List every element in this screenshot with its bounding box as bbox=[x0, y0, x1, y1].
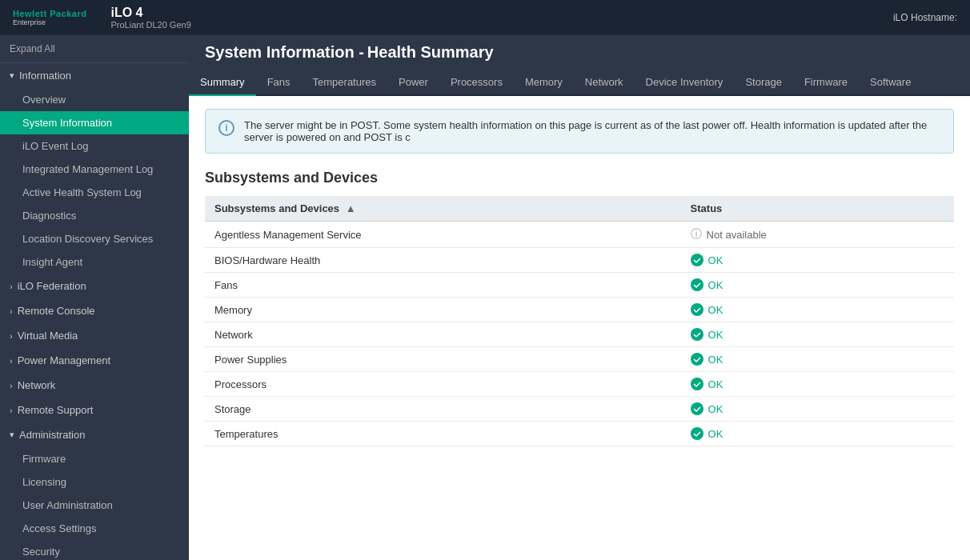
tab-processors[interactable]: Processors bbox=[439, 70, 514, 96]
subsystem-name: BIOS/Hardware Health bbox=[205, 248, 681, 273]
sidebar-group-label: Remote Console bbox=[18, 305, 95, 317]
subsystem-status: OK bbox=[681, 422, 954, 446]
ilo-version: iLO 4 bbox=[110, 6, 190, 20]
table-row: Power SuppliesOK bbox=[205, 347, 954, 372]
tab-network[interactable]: Network bbox=[574, 70, 635, 96]
table-row: TemperaturesOK bbox=[205, 422, 954, 446]
subsystem-name: Agentless Management Service bbox=[205, 222, 681, 248]
subsystem-name: Fans bbox=[205, 273, 681, 298]
sidebar-group-label: Information bbox=[19, 70, 71, 82]
tab-summary[interactable]: Summary bbox=[189, 70, 256, 96]
sidebar-item-overview[interactable]: Overview bbox=[0, 88, 189, 111]
status-badge: OK bbox=[691, 378, 944, 390]
sidebar-group-network[interactable]: › Network bbox=[0, 373, 189, 398]
tab-memory[interactable]: Memory bbox=[514, 70, 574, 96]
expand-arrow-icon: › bbox=[10, 282, 13, 291]
sidebar-item-licensing[interactable]: Licensing bbox=[0, 470, 189, 494]
subsystem-name: Network bbox=[205, 322, 681, 347]
expand-arrow-icon: › bbox=[10, 331, 13, 341]
main-content: i The server might be in POST. Some syst… bbox=[189, 96, 970, 560]
col-header-status[interactable]: Status bbox=[681, 196, 954, 222]
subsystem-name: Processors bbox=[205, 372, 681, 397]
col-header-subsystem[interactable]: Subsystems and Devices ▲ bbox=[205, 196, 681, 222]
info-icon: i bbox=[218, 120, 234, 136]
sidebar-item-access-settings[interactable]: Access Settings bbox=[0, 517, 189, 540]
info-banner: i The server might be in POST. Some syst… bbox=[205, 109, 954, 154]
page-header: System Information - Health Summary bbox=[189, 35, 970, 70]
subsystem-status: OK bbox=[681, 298, 954, 322]
tab-temperatures[interactable]: Temperatures bbox=[302, 70, 387, 96]
table-row: StorageOK bbox=[205, 397, 954, 422]
hpe-logo-bottom: Enterprise bbox=[13, 18, 86, 26]
status-badge: Not available bbox=[691, 227, 944, 242]
ilo-title: iLO 4 ProLiant DL20 Gen9 bbox=[110, 6, 190, 30]
tab-firmware[interactable]: Firmware bbox=[793, 70, 859, 96]
subsystem-name: Storage bbox=[205, 397, 681, 422]
table-row: NetworkOK bbox=[205, 322, 954, 347]
status-badge: OK bbox=[691, 427, 944, 440]
server-model: ProLiant DL20 Gen9 bbox=[110, 20, 190, 30]
sidebar-item-user-administration[interactable]: User Administration bbox=[0, 494, 189, 517]
page-heading: Health Summary bbox=[367, 43, 494, 61]
tab-storage[interactable]: Storage bbox=[734, 70, 793, 96]
status-badge: OK bbox=[691, 353, 944, 366]
tab-bar: Summary Fans Temperatures Power Processo… bbox=[189, 70, 970, 96]
sidebar-item-active-health-system-log[interactable]: Active Health System Log bbox=[0, 181, 189, 204]
sidebar-group-virtual-media[interactable]: › Virtual Media bbox=[0, 323, 189, 348]
status-badge: OK bbox=[691, 402, 944, 415]
expand-arrow-icon: ▾ bbox=[10, 70, 14, 81]
sidebar-group-label: Remote Support bbox=[18, 404, 94, 416]
status-badge: OK bbox=[691, 328, 944, 341]
expand-arrow-icon: › bbox=[10, 381, 13, 390]
tab-power[interactable]: Power bbox=[387, 70, 439, 96]
tab-fans[interactable]: Fans bbox=[256, 70, 302, 96]
sidebar-item-firmware[interactable]: Firmware bbox=[0, 447, 189, 470]
table-row: Agentless Management ServiceNot availabl… bbox=[205, 222, 954, 248]
sidebar-item-diagnostics[interactable]: Diagnostics bbox=[0, 204, 189, 227]
status-badge: OK bbox=[691, 303, 944, 316]
sidebar-group-label: Network bbox=[18, 379, 56, 391]
sidebar-group-remote-console[interactable]: › Remote Console bbox=[0, 298, 189, 323]
subsystem-status: OK bbox=[681, 397, 954, 422]
subsystem-status: OK bbox=[681, 372, 954, 397]
expand-all-button[interactable]: Expand All bbox=[0, 35, 189, 63]
hpe-logo-top: Hewlett Packard bbox=[13, 9, 86, 18]
subsystem-status: OK bbox=[681, 273, 954, 298]
sidebar-group-label: Virtual Media bbox=[18, 330, 78, 342]
status-badge: OK bbox=[691, 254, 944, 266]
breadcrumb: System Information - bbox=[205, 43, 364, 61]
ilo-hostname: iLO Hostname: bbox=[893, 12, 957, 23]
tab-device-inventory[interactable]: Device Inventory bbox=[635, 70, 735, 96]
subsystem-status: OK bbox=[681, 322, 954, 347]
sidebar-item-insight-agent[interactable]: Insight Agent bbox=[0, 250, 189, 274]
sidebar-item-integrated-management-log[interactable]: Integrated Management Log bbox=[0, 158, 189, 181]
status-badge: OK bbox=[691, 278, 944, 291]
table-row: ProcessorsOK bbox=[205, 372, 954, 397]
sidebar: Expand All ▾ Information Overview System… bbox=[0, 35, 189, 560]
sidebar-group-administration[interactable]: ▾ Administration bbox=[0, 422, 189, 447]
sidebar-item-ilo-event-log[interactable]: iLO Event Log bbox=[0, 134, 189, 158]
top-header: Hewlett Packard Enterprise iLO 4 ProLian… bbox=[0, 0, 970, 35]
table-row: FansOK bbox=[205, 273, 954, 298]
expand-arrow-icon: › bbox=[10, 356, 13, 366]
sidebar-group-label: Power Management bbox=[18, 354, 110, 366]
section-title: Subsystems and Devices bbox=[205, 170, 954, 186]
page-title: System Information - Health Summary bbox=[205, 43, 954, 62]
subsystems-table: Subsystems and Devices ▲ Status Agentles… bbox=[205, 196, 954, 446]
tab-software[interactable]: Software bbox=[859, 70, 922, 96]
sidebar-group-ilo-federation[interactable]: › iLO Federation bbox=[0, 274, 189, 298]
sidebar-group-information[interactable]: ▾ Information bbox=[0, 63, 189, 88]
sidebar-group-power-management[interactable]: › Power Management bbox=[0, 348, 189, 373]
sidebar-item-location-discovery-services[interactable]: Location Discovery Services bbox=[0, 227, 189, 250]
subsystem-name: Memory bbox=[205, 298, 681, 322]
sidebar-item-security[interactable]: Security bbox=[0, 540, 189, 560]
info-message: The server might be in POST. Some system… bbox=[244, 119, 940, 143]
table-row: BIOS/Hardware HealthOK bbox=[205, 248, 954, 273]
subsystem-status: Not available bbox=[681, 222, 954, 248]
table-row: MemoryOK bbox=[205, 298, 954, 322]
sort-icon: ▲ bbox=[346, 202, 356, 214]
expand-arrow-icon: › bbox=[10, 406, 13, 415]
sidebar-group-label: Administration bbox=[19, 429, 85, 441]
sidebar-item-system-information[interactable]: System Information bbox=[0, 111, 189, 134]
sidebar-group-remote-support[interactable]: › Remote Support bbox=[0, 398, 189, 422]
